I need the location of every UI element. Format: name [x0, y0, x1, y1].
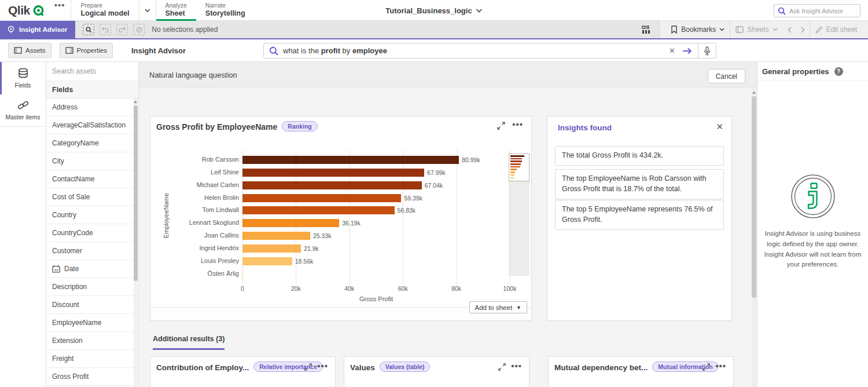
result-card-mutual-dependency[interactable]: Mutual dependency bet...Mutual informati…	[548, 356, 734, 387]
sheets-icon	[735, 26, 744, 33]
help-icon[interactable]: ?	[834, 67, 843, 76]
field-item[interactable]: Description	[46, 278, 138, 296]
previous-sheet-icon[interactable]	[783, 21, 796, 38]
bar-chart[interactable]: 020k40k60k80k100kRob Carsson80.99kLeif S…	[150, 116, 532, 308]
bar[interactable]	[242, 270, 243, 278]
x-axis-tick-label: 100k	[498, 285, 521, 292]
svg-text:12: 12	[54, 268, 58, 272]
bar-category-label: Östen Ärlig	[153, 270, 239, 277]
redo-icon[interactable]	[116, 24, 128, 35]
app-title-menu[interactable]: Tutorial_Business_logic	[385, 0, 482, 21]
insight-advisor-bulb-icon	[7, 25, 15, 34]
bar[interactable]	[242, 244, 301, 253]
insight-advisor-toolbar: Assets Properties Insight Advisor what i…	[0, 39, 868, 62]
field-item[interactable]: Country	[46, 206, 138, 224]
search-assets-input[interactable]: Search assets	[46, 62, 138, 81]
card-menu-icon[interactable]: •••	[317, 361, 328, 371]
scroll-up-arrow[interactable]	[134, 100, 137, 103]
bar[interactable]	[242, 232, 310, 240]
assets-toggle-button[interactable]: Assets	[8, 43, 52, 58]
field-item-label: Extension	[52, 337, 83, 345]
prepare-dropdown-button[interactable]	[139, 0, 156, 20]
clear-query-icon[interactable]: ✕	[663, 46, 681, 55]
bar[interactable]	[242, 156, 459, 164]
bar[interactable]	[242, 194, 401, 202]
chevron-down-icon	[773, 28, 778, 31]
tab-narrate[interactable]: Narrate Storytelling	[196, 0, 255, 20]
result-card-values[interactable]: ValuesValues (table) •••	[344, 356, 529, 387]
bar-value-label: 80.99k	[462, 156, 480, 163]
minimap-bar	[510, 158, 522, 160]
tab-additional-results[interactable]: Additional results (3)	[153, 335, 225, 350]
more-menu-icon[interactable]: •••	[51, 0, 71, 20]
smart-search-icon[interactable]	[83, 24, 94, 35]
sheets-label: Sheets	[747, 25, 768, 34]
bar-value-label: 18.56k	[295, 258, 314, 265]
bar[interactable]	[242, 181, 422, 189]
expand-icon[interactable]	[703, 363, 710, 371]
ask-insight-advisor-search[interactable]: Ask Insight Advisor	[774, 4, 860, 17]
sheet-grid-icon[interactable]	[634, 25, 659, 34]
field-item[interactable]: AverageCallSatisfaction	[46, 116, 138, 134]
submit-query-icon[interactable]	[681, 48, 698, 54]
field-item[interactable]: EmployeeName	[46, 314, 138, 332]
field-item[interactable]: 12Date	[46, 260, 138, 278]
bar[interactable]	[242, 219, 339, 227]
rail-fields-label: Fields	[14, 82, 31, 89]
field-item-label: Country	[52, 211, 76, 219]
microphone-icon[interactable]	[698, 43, 716, 58]
edit-sheet-button[interactable]: Edit sheet	[810, 21, 862, 38]
rail-item-master-items[interactable]: Master items	[0, 94, 46, 127]
field-item[interactable]: CategoryName	[46, 134, 138, 152]
add-to-sheet-label: Add to sheet	[475, 304, 513, 311]
minimap-bar	[510, 174, 514, 176]
qlik-logo[interactable]: Qlik	[0, 0, 51, 20]
rail-item-fields[interactable]: Fields	[0, 62, 46, 94]
nl-question-input[interactable]: what is the profit by employee ✕	[263, 43, 716, 59]
main-scrollbar-thumb[interactable]	[752, 96, 756, 298]
tab-analyze[interactable]: Analyze Sheet	[156, 0, 196, 20]
field-item[interactable]: City	[46, 152, 138, 170]
bookmarks-button[interactable]: Bookmarks	[665, 21, 730, 38]
field-item[interactable]: Discount	[46, 296, 138, 314]
field-item-label: CategoryName	[52, 139, 99, 147]
field-item-label: Cost of Sale	[52, 193, 90, 201]
tab-prepare[interactable]: Prepare Logical model	[71, 0, 138, 20]
field-item[interactable]: Freight	[46, 350, 138, 368]
expand-icon[interactable]	[304, 363, 312, 371]
card-menu-icon[interactable]: •••	[715, 361, 726, 371]
bar[interactable]	[242, 206, 395, 214]
sheets-button[interactable]: Sheets	[730, 21, 782, 38]
properties-toggle-button[interactable]: Properties	[60, 43, 113, 58]
result-card-contribution[interactable]: Contribution of Employ...Relative import…	[150, 356, 336, 387]
assets-scrollbar-thumb[interactable]	[134, 105, 138, 281]
bar[interactable]	[242, 257, 292, 265]
cancel-button[interactable]: Cancel	[708, 69, 745, 83]
scroll-up-arrow[interactable]	[752, 91, 756, 94]
close-icon[interactable]: ✕	[716, 122, 723, 132]
chart-minimap[interactable]	[509, 154, 529, 181]
panel-right-icon	[65, 47, 73, 54]
nl-question-area: Natural language question Cancel Matchin…	[139, 62, 757, 387]
field-item[interactable]: Address	[46, 98, 138, 116]
field-item[interactable]: Customer	[46, 242, 138, 260]
bar[interactable]	[242, 169, 424, 177]
field-item[interactable]: Cost of Sale	[46, 188, 138, 206]
assets-scrollbar[interactable]	[134, 98, 138, 387]
field-item-label: EmployeeName	[52, 319, 101, 327]
selection-tools	[83, 24, 145, 35]
field-item[interactable]: Gross Profit	[46, 368, 138, 386]
field-item-label: Freight	[52, 355, 73, 363]
field-item[interactable]: ContactName	[46, 170, 138, 188]
next-sheet-icon[interactable]	[796, 21, 810, 38]
expand-icon[interactable]	[498, 363, 506, 371]
clear-selections-icon[interactable]	[133, 24, 145, 35]
minimap-bar	[510, 166, 520, 168]
undo-icon[interactable]	[100, 24, 111, 35]
add-to-sheet-button[interactable]: Add to sheet ▼	[469, 301, 528, 313]
card-menu-icon[interactable]: •••	[511, 361, 522, 371]
field-item[interactable]: CountryCode	[46, 224, 138, 242]
field-item[interactable]: Extension	[46, 332, 138, 350]
main-scrollbar[interactable]	[752, 89, 756, 387]
insight-advisor-button[interactable]: Insight Advisor	[0, 21, 75, 38]
